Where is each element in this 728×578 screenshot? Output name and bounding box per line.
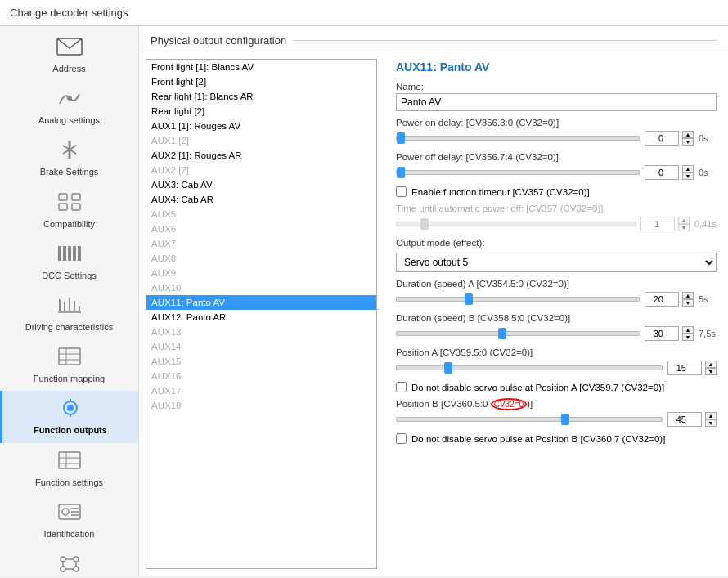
svg-rect-12 [73,246,76,261]
power-on-delay-label: Power on delay: [CV356.3:0 (CV32=0)] [396,118,717,128]
power-on-delay-thumb[interactable] [397,132,405,144]
split-layout: Front light [1]: Blancs AVFront light [2… [139,52,728,576]
auto-power-off-thumb[interactable] [420,218,429,230]
duration-b-down[interactable]: ▼ [682,334,694,341]
duration-a-track[interactable] [396,297,640,302]
output-list-item-aux17[interactable]: AUX17 [146,383,376,398]
output-list-item-aux18[interactable]: AUX18 [146,398,376,413]
duration-a-input[interactable] [645,292,679,307]
output-list-item-rear2[interactable]: Rear light [2] [146,104,376,119]
output-mode-select[interactable]: Servo output 5 [396,253,717,272]
sidebar-item-compatibility[interactable]: Compatibility [0,185,138,236]
output-list-item-aux7[interactable]: AUX7 [146,236,376,251]
enable-timeout-checkbox[interactable] [396,186,407,197]
power-off-delay-thumb[interactable] [397,167,405,178]
svg-rect-7 [59,204,67,210]
power-on-delay-track[interactable] [396,136,640,141]
power-off-delay-track[interactable] [396,170,640,175]
svg-point-33 [62,509,69,515]
duration-b-input[interactable] [645,326,679,341]
position-a-track[interactable] [396,365,663,370]
power-on-delay-up[interactable]: ▲ [682,131,694,138]
output-list-item-aux15[interactable]: AUX15 [146,354,376,369]
sidebar-item-driving[interactable]: Driving characteristics [0,288,138,339]
power-off-delay-up[interactable]: ▲ [682,165,694,173]
position-b-label2: )] [527,399,533,409]
position-b-down[interactable]: ▼ [705,419,717,427]
position-a-input-row: ▲ ▼ [667,361,717,375]
duration-a-up[interactable]: ▲ [682,292,694,299]
position-a-input[interactable] [667,361,702,375]
power-on-delay-down[interactable]: ▼ [682,138,694,146]
output-list-item-aux3[interactable]: AUX3: Cab AV [146,177,376,192]
position-b-thumb[interactable] [561,414,569,425]
duration-b-thumb[interactable] [498,328,506,339]
output-list-item-aux6[interactable]: AUX6 [146,222,376,236]
output-list-item-aux11[interactable]: AUX11: Panto AV [146,295,376,310]
auto-power-off-down[interactable]: ▼ [678,224,690,231]
position-b-track[interactable] [396,417,663,422]
duration-a-thumb[interactable] [465,293,473,305]
compatibility-icon [56,191,83,217]
name-input[interactable] [396,93,717,111]
output-list-item-aux13[interactable]: AUX13 [146,325,376,339]
output-list-item-front1[interactable]: Front light [1]: Blancs AV [146,60,376,74]
position-a-down[interactable]: ▼ [705,368,717,375]
duration-b-unit: 7,5s [699,329,717,338]
output-list-item-aux9[interactable]: AUX9 [146,266,376,280]
position-b-input-row: ▲ ▼ [667,412,717,427]
output-list-item-aux4[interactable]: AUX4: Cab AR [146,192,376,207]
output-list-item-aux12[interactable]: AUX12: Panto AR [146,310,376,325]
sidebar: Address Analog settings [0,26,139,576]
auto-power-off-input-row: ▲ ▼ [640,217,690,231]
power-off-delay-spinner: ▲ ▼ [682,165,694,180]
sidebar-item-identification[interactable]: Identification [0,495,138,546]
output-list-item-aux2b[interactable]: AUX2 [2] [146,163,376,177]
output-list-item-rear1[interactable]: Rear light [1]: Blancs AR [146,89,376,104]
position-b-spinner: ▲ ▼ [705,412,717,427]
brake-icon [56,139,83,165]
power-off-delay-down[interactable]: ▼ [682,173,694,180]
svg-point-1 [67,96,72,101]
position-a-thumb[interactable] [444,362,452,374]
manual-icon [56,553,83,576]
sidebar-item-brake[interactable]: Brake Settings [0,132,138,184]
output-list-item-aux8[interactable]: AUX8 [146,251,376,266]
output-list-item-aux16[interactable]: AUX16 [146,369,376,383]
power-on-delay-input[interactable] [645,131,679,146]
output-list-item-aux1a[interactable]: AUX1 [1]: Rouges AV [146,119,376,133]
position-b-up[interactable]: ▲ [705,412,717,419]
sidebar-item-mapping[interactable]: Function mapping [0,339,138,391]
position-b-input[interactable] [667,412,702,427]
sidebar-item-dcc[interactable]: DCC Settings [0,236,138,288]
sidebar-item-function-settings[interactable]: Function settings [0,443,138,495]
no-disable-pulse-b-label: Do not disable servo pulse at Position B… [411,434,665,444]
dcc-label: DCC Settings [42,271,97,281]
output-list-item-aux10[interactable]: AUX10 [146,280,376,295]
identification-label: Identification [44,529,95,540]
sidebar-item-analog[interactable]: Analog settings [0,81,138,132]
auto-power-off-track[interactable] [396,222,636,226]
sidebar-item-outputs[interactable]: Function outputs [0,391,138,442]
output-list-item-front2[interactable]: Front light [2] [146,74,376,89]
sidebar-item-address[interactable]: Address [0,29,138,81]
duration-b-up[interactable]: ▲ [682,326,694,334]
auto-power-off-up[interactable]: ▲ [678,217,690,224]
no-disable-pulse-a-checkbox[interactable] [396,382,407,392]
svg-point-40 [74,567,79,571]
auto-power-off-input[interactable] [640,217,675,231]
duration-b-input-row: ▲ ▼ [645,326,694,341]
output-list-item-aux1b[interactable]: AUX1 [2] [146,133,376,148]
sidebar-item-manual[interactable]: Manual CV input [0,546,138,576]
output-list-item-aux5[interactable]: AUX5 [146,207,376,222]
duration-a-down[interactable]: ▼ [682,299,694,307]
no-disable-pulse-b-checkbox[interactable] [396,433,407,444]
output-list-item-aux2a[interactable]: AUX2 [1]: Rouges AR [146,148,376,163]
output-list: Front light [1]: Blancs AVFront light [2… [146,59,377,569]
position-a-up[interactable]: ▲ [705,361,717,368]
output-list-item-aux14[interactable]: AUX14 [146,339,376,354]
position-b-cv-highlight: CV32=0 [491,398,527,410]
svg-rect-10 [63,246,66,261]
duration-b-track[interactable] [396,331,640,336]
power-off-delay-input[interactable] [645,165,679,180]
